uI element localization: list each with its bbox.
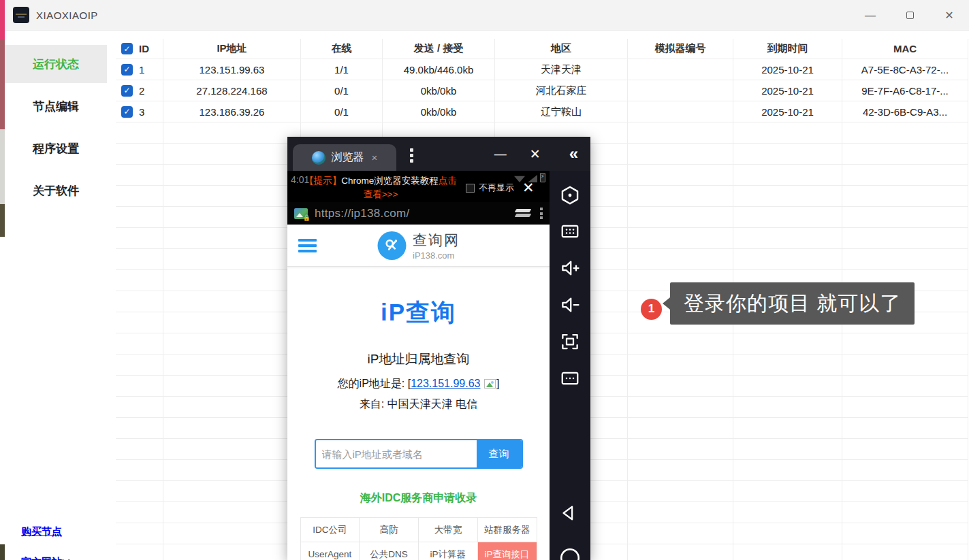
more-icon[interactable] bbox=[560, 368, 580, 391]
site-favicon: 🔒 bbox=[294, 208, 308, 219]
ip-search-form: 查询 bbox=[315, 439, 523, 469]
empty-cell bbox=[842, 165, 968, 186]
tab-close-icon[interactable]: × bbox=[372, 152, 378, 163]
cell-online: 0/1 bbox=[301, 80, 383, 101]
empty-cell bbox=[733, 355, 842, 376]
cell-ip: 123.151.99.63 bbox=[163, 59, 301, 80]
fullscreen-icon[interactable] bbox=[560, 331, 580, 355]
empty-cell bbox=[733, 439, 842, 460]
keyboard-icon[interactable] bbox=[560, 221, 580, 244]
notification-action[interactable]: 点击 bbox=[439, 176, 457, 186]
window-minimize-button[interactable]: — bbox=[851, 0, 890, 31]
header-col-7: MAC bbox=[842, 39, 968, 59]
empty-cell bbox=[842, 376, 968, 397]
notification-action-line2[interactable]: 查看>>> bbox=[364, 189, 398, 199]
empty-cell bbox=[116, 418, 163, 439]
site-logo[interactable]: 查询网 iP138.com bbox=[377, 231, 460, 261]
home-icon[interactable] bbox=[558, 546, 582, 560]
row-checkbox[interactable]: ✓ bbox=[121, 106, 133, 118]
quick-link[interactable]: 大带宽 bbox=[419, 518, 478, 542]
quick-link[interactable]: 站群服务器 bbox=[478, 518, 537, 542]
collapse-panel-icon[interactable]: « bbox=[569, 144, 578, 163]
sidebar-item-node-edit[interactable]: 节点编辑 bbox=[5, 87, 107, 125]
browser-menu-icon[interactable] bbox=[540, 208, 543, 219]
empty-cell bbox=[628, 523, 733, 544]
empty-cell bbox=[116, 144, 163, 165]
dismiss-checkbox[interactable] bbox=[466, 184, 475, 193]
empty-cell bbox=[116, 523, 163, 544]
row-checkbox[interactable]: ✓ bbox=[121, 85, 133, 97]
emulator-minimize-button[interactable]: — bbox=[494, 147, 507, 161]
volume-down-icon[interactable] bbox=[560, 295, 580, 318]
settings-icon[interactable] bbox=[559, 184, 581, 209]
empty-cell bbox=[163, 460, 301, 481]
empty-cell bbox=[116, 481, 163, 502]
emulator-titlebar: 浏览器 × — ✕ « bbox=[287, 137, 590, 171]
empty-cell bbox=[116, 460, 163, 481]
empty-cell bbox=[733, 544, 842, 560]
empty-cell bbox=[163, 439, 301, 460]
empty-cell bbox=[733, 481, 842, 502]
empty-cell bbox=[628, 460, 733, 481]
cell-expire: 2025-10-21 bbox=[733, 80, 842, 101]
empty-cell bbox=[628, 355, 733, 376]
empty-cell bbox=[733, 122, 842, 144]
search-button[interactable]: 查询 bbox=[477, 440, 522, 467]
empty-cell bbox=[163, 228, 301, 249]
window-close-button[interactable]: ✕ bbox=[930, 0, 969, 31]
tabs-switcher-icon[interactable] bbox=[515, 209, 530, 218]
empty-cell bbox=[733, 144, 842, 165]
dismiss-option[interactable]: 不再显示 bbox=[466, 182, 514, 194]
row-checkbox[interactable]: ✓ bbox=[121, 43, 133, 54]
app-logo-icon bbox=[13, 7, 29, 23]
webpage: 查询网 iP138.com iP查询 iP地址归属地查询 您的iP地址是: [1… bbox=[287, 225, 550, 560]
tab-menu-icon[interactable] bbox=[410, 148, 413, 163]
notification-text[interactable]: 【提示】Chrome浏览器安装教程点击 查看>>> bbox=[297, 174, 464, 201]
empty-cell bbox=[116, 270, 163, 291]
empty-cell bbox=[733, 333, 842, 355]
empty-cell bbox=[733, 249, 842, 270]
emulator-close-button[interactable]: ✕ bbox=[530, 146, 541, 162]
annotation: 1 登录你的项目 就可以了 bbox=[641, 282, 915, 325]
sidebar-item-run-status[interactable]: 运行状态 bbox=[5, 45, 107, 83]
cell-region: 河北石家庄 bbox=[495, 80, 628, 101]
notification-close-icon[interactable]: ✕ bbox=[522, 180, 535, 196]
header-col-1: IP地址 bbox=[163, 39, 301, 59]
browser-tab[interactable]: 浏览器 × bbox=[293, 144, 396, 171]
quick-link[interactable]: IDC公司 bbox=[301, 518, 360, 542]
ip138-logo-icon bbox=[377, 231, 406, 260]
empty-cell bbox=[628, 544, 733, 560]
flag-image-icon bbox=[484, 379, 496, 389]
empty-cell bbox=[116, 502, 163, 523]
address-bar[interactable]: 🔒 https://ip138.com/ bbox=[287, 202, 550, 225]
ip-address-link[interactable]: 123.151.99.63 bbox=[411, 378, 480, 389]
address-url[interactable]: https://ip138.com/ bbox=[315, 207, 410, 220]
sidebar-item-about[interactable]: 关于软件 bbox=[5, 171, 107, 210]
row-checkbox[interactable]: ✓ bbox=[121, 64, 133, 76]
empty-cell bbox=[628, 333, 733, 355]
back-icon[interactable] bbox=[560, 503, 580, 526]
quick-link[interactable]: 公共DNS bbox=[360, 542, 419, 560]
hamburger-menu-icon[interactable] bbox=[298, 239, 317, 252]
empty-cell bbox=[842, 249, 968, 270]
quick-link[interactable]: 高防 bbox=[360, 518, 419, 542]
maximize-icon bbox=[906, 12, 914, 19]
empty-cell bbox=[842, 355, 968, 376]
edge-segment bbox=[0, 544, 5, 560]
empty-cell bbox=[163, 270, 301, 291]
empty-cell bbox=[733, 397, 842, 418]
sidebar-link-buy-node[interactable]: 购买节点 bbox=[21, 525, 74, 538]
quick-link[interactable]: iP查询接口 bbox=[478, 542, 537, 560]
empty-cell bbox=[628, 186, 733, 207]
empty-cell bbox=[163, 186, 301, 207]
quick-link[interactable]: UserAgent bbox=[301, 542, 360, 560]
volume-up-icon[interactable] bbox=[560, 258, 580, 281]
empty-cell bbox=[842, 144, 968, 165]
notification-body: Chrome浏览器安装教程 bbox=[341, 176, 439, 186]
sidebar-link-official-site[interactable]: 官方网站>> bbox=[21, 556, 74, 560]
window-maximize-button[interactable] bbox=[890, 0, 930, 31]
sidebar-item-settings[interactable]: 程序设置 bbox=[5, 129, 107, 167]
ip-search-input[interactable] bbox=[316, 440, 477, 467]
quick-link[interactable]: iP计算器 bbox=[419, 542, 478, 560]
cell-id: ✓2 bbox=[116, 80, 163, 101]
